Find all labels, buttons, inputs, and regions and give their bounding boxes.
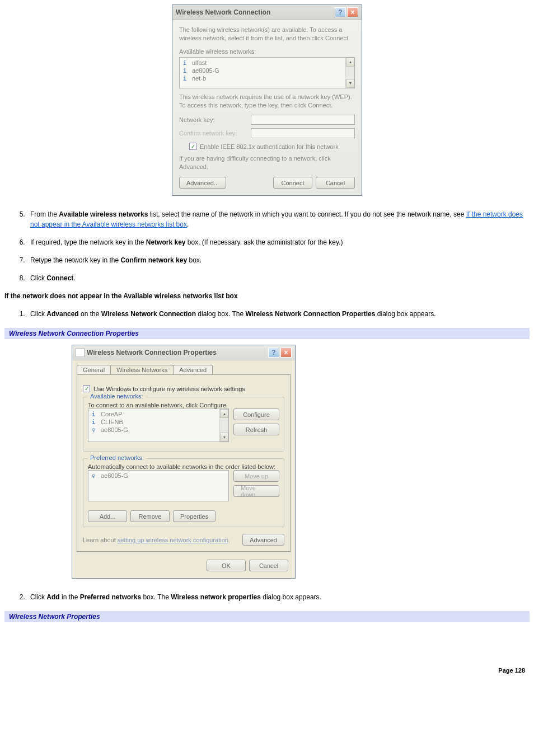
- help-icon[interactable]: ?: [268, 348, 279, 358]
- confirm-key-input[interactable]: [251, 128, 355, 138]
- learn-link[interactable]: setting up wireless network configuratio…: [118, 537, 228, 543]
- difficulty-text: If you are having difficulty connecting …: [179, 154, 355, 171]
- list-item[interactable]: iCLIENB: [91, 418, 226, 426]
- connect-button[interactable]: Connect: [273, 177, 312, 189]
- network-name: ulfast: [192, 59, 207, 66]
- ok-button[interactable]: OK: [207, 560, 246, 571]
- substep-2: Click Add in the Preferred networks box.…: [27, 592, 530, 602]
- learn-text: Learn about setting up wireless network …: [83, 537, 230, 543]
- secure-signal-icon: ♀: [92, 473, 97, 478]
- tab-wireless-networks[interactable]: Wireless Networks: [110, 365, 174, 374]
- wep-text: This wireless network requires the use o…: [179, 93, 355, 110]
- available-networks-list[interactable]: iulfast iae8005-G inet-b ▴ ▾: [179, 57, 355, 88]
- help-icon[interactable]: ?: [335, 7, 346, 17]
- advanced-button[interactable]: Advanced...: [179, 177, 226, 189]
- scrollbar[interactable]: ▴ ▾: [345, 58, 354, 88]
- scroll-up-icon[interactable]: ▴: [346, 58, 354, 67]
- network-name: net-b: [192, 75, 206, 82]
- step-8: Click Connect.: [27, 273, 530, 283]
- ieee-checkbox-label: Enable IEEE 802.1x authentication for th…: [200, 143, 339, 150]
- network-key-row: Network key:: [179, 115, 355, 125]
- list-item[interactable]: ♀ae8005-G: [91, 426, 226, 434]
- dialog-body: The following wireless network(s) are av…: [172, 20, 362, 195]
- network-name: ae8005-G: [101, 472, 128, 479]
- available-desc: To connect to an available network, clic…: [88, 402, 279, 408]
- remove-button[interactable]: Remove: [130, 510, 170, 522]
- network-name: CoreAP: [101, 411, 123, 417]
- configure-button[interactable]: Configure: [233, 408, 279, 420]
- close-icon[interactable]: ×: [280, 348, 292, 358]
- confirm-key-row: Confirm network key:: [179, 128, 355, 138]
- network-key-label: Network key:: [179, 116, 246, 123]
- scrollbar[interactable]: ▴ ▾: [219, 409, 228, 442]
- refresh-button[interactable]: Refresh: [233, 424, 279, 435]
- list-item[interactable]: iae8005-G: [182, 67, 352, 74]
- dialog-title: Wireless Network Connection Properties: [87, 349, 267, 356]
- available-group: Available networks: To connect to an ava…: [83, 397, 284, 452]
- available-group-label: Available networks:: [88, 393, 146, 400]
- step-7: Retype the network key in the Confirm ne…: [27, 255, 530, 265]
- list-item[interactable]: iulfast: [182, 59, 352, 67]
- signal-icon: i: [92, 411, 97, 417]
- tab-advanced[interactable]: Advanced: [173, 365, 213, 374]
- signal-icon: i: [92, 419, 97, 425]
- wireless-connection-dialog: Wireless Network Connection ? × The foll…: [172, 4, 362, 196]
- list-item[interactable]: ♀ae8005-G: [91, 472, 226, 480]
- learn-row: Learn about setting up wireless network …: [83, 534, 284, 546]
- close-icon[interactable]: ×: [347, 7, 358, 17]
- use-windows-checkbox-row[interactable]: ✓ Use Windows to configure my wireless n…: [83, 385, 284, 392]
- signal-icon: i: [183, 76, 189, 81]
- checkbox-icon[interactable]: ✓: [83, 385, 90, 392]
- sub-instruction-list-2: Click Add in the Preferred networks box.…: [4, 592, 530, 602]
- instruction-list: From the Available wireless networks lis…: [4, 209, 530, 283]
- preferred-desc: Automatically connect to available netwo…: [88, 463, 279, 470]
- properties-section-bar: Wireless Network Connection Properties: [4, 328, 530, 339]
- confirm-key-label: Confirm network key:: [179, 130, 246, 137]
- preferred-group-label: Preferred networks:: [88, 454, 146, 461]
- signal-icon: i: [183, 60, 189, 65]
- secure-signal-icon: ♀: [92, 427, 97, 433]
- ieee-checkbox-row[interactable]: ✓ Enable IEEE 802.1x authentication for …: [189, 143, 355, 150]
- step-5: From the Available wireless networks lis…: [27, 209, 530, 229]
- checkbox-icon[interactable]: ✓: [189, 143, 196, 150]
- cancel-button[interactable]: Cancel: [249, 560, 288, 571]
- list-item[interactable]: inet-b: [182, 74, 352, 82]
- dialog-title: Wireless Network Connection: [176, 8, 334, 16]
- sub-instruction-list: Click Advanced on the Wireless Network C…: [4, 309, 530, 319]
- tab-panel: ✓ Use Windows to configure my wireless n…: [77, 374, 291, 552]
- advanced-button[interactable]: Advanced: [242, 534, 284, 546]
- button-row: Advanced... Connect Cancel: [179, 177, 355, 189]
- list-item[interactable]: iCoreAP: [91, 410, 226, 418]
- section-heading: If the network does not appear in the Av…: [4, 292, 530, 300]
- cancel-button[interactable]: Cancel: [316, 177, 355, 189]
- network-name: ae8005-G: [192, 67, 219, 74]
- available-networks-label: Available wireless networks:: [179, 48, 355, 55]
- signal-icon: i: [183, 68, 189, 73]
- available-networks-list[interactable]: iCoreAP iCLIENB ♀ae8005-G ▴ ▾: [88, 408, 229, 442]
- scroll-down-icon[interactable]: ▾: [220, 433, 228, 442]
- network-key-input[interactable]: [251, 115, 355, 125]
- tab-strip: General Wireless Networks Advanced: [77, 365, 291, 374]
- wireless-properties-bar: Wireless Network Properties: [4, 611, 530, 622]
- scroll-up-icon[interactable]: ▴: [220, 409, 228, 418]
- properties-button[interactable]: Properties: [173, 510, 216, 522]
- scroll-down-icon[interactable]: ▾: [346, 79, 354, 88]
- title-bar: Wireless Network Connection ? ×: [172, 5, 362, 20]
- intro-text: The following wireless network(s) are av…: [179, 26, 355, 43]
- step-6: If required, type the network key in the…: [27, 237, 530, 247]
- page-number: Page 128: [4, 667, 530, 674]
- title-bar: Wireless Network Connection Properties ?…: [72, 345, 295, 360]
- network-name: CLIENB: [101, 419, 123, 425]
- preferred-group: Preferred networks: Automatically connec…: [83, 458, 284, 527]
- add-button[interactable]: Add...: [88, 510, 127, 522]
- move-down-button[interactable]: Move down: [233, 485, 279, 497]
- app-icon: [76, 348, 85, 357]
- pref-button-row: Add... Remove Properties: [88, 510, 279, 522]
- dialog-button-row: OK Cancel: [72, 556, 295, 578]
- preferred-networks-list[interactable]: ♀ae8005-G: [88, 470, 229, 501]
- use-windows-label: Use Windows to configure my wireless net…: [93, 386, 245, 392]
- wireless-properties-dialog: Wireless Network Connection Properties ?…: [72, 345, 296, 579]
- tab-general[interactable]: General: [77, 365, 111, 374]
- substep-1: Click Advanced on the Wireless Network C…: [27, 309, 530, 319]
- move-up-button[interactable]: Move up: [233, 470, 279, 482]
